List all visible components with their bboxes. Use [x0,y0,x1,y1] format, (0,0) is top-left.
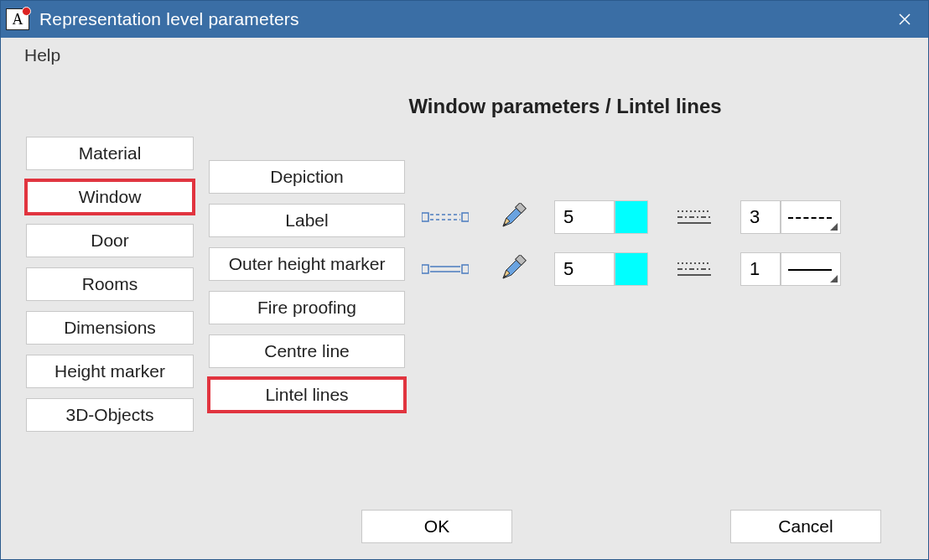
subcategory-depiction[interactable]: Depiction [209,160,405,194]
param-row-upper-lintel [420,200,903,234]
linetype-picker-icon-2[interactable] [673,257,715,282]
category-door[interactable]: Door [26,224,194,257]
content-area: Window parameters / Lintel lines Materia… [1,73,928,500]
svg-rect-11 [422,265,428,273]
category-rooms[interactable]: Rooms [26,267,194,301]
pen-picker-1[interactable] [496,200,529,234]
subcategory-fire-proofing[interactable]: Fire proofing [209,291,405,324]
color-swatch-1[interactable] [615,200,648,234]
pen-number-2[interactable] [554,252,615,286]
cancel-button[interactable]: Cancel [730,510,881,543]
app-icon: A [6,8,29,30]
linestyle-preview-2[interactable] [781,252,841,286]
menu-help[interactable]: Help [18,42,67,69]
category-dimensions[interactable]: Dimensions [26,311,194,345]
ok-button[interactable]: OK [361,510,512,543]
pen-picker-2[interactable] [496,252,529,286]
category-height-marker[interactable]: Height marker [26,355,194,388]
preview-icon-dashed [420,209,470,226]
category-window[interactable]: Window [26,180,194,214]
dialog-footer: OK Cancel [1,500,928,559]
svg-rect-0 [422,213,428,221]
window-title: Representation level parameters [39,9,886,29]
subcategory-lintel-lines[interactable]: Lintel lines [209,378,405,412]
subcategory-list: Depiction Label Outer height marker Fire… [209,160,405,432]
linestyle-preview-1[interactable] [781,200,841,234]
parameter-panel [420,137,903,432]
page-title: Window parameters / Lintel lines [227,95,903,118]
pen-number-1[interactable] [554,200,615,234]
close-button[interactable] [886,1,923,38]
subcategory-label[interactable]: Label [209,204,405,237]
subcategory-centre-line[interactable]: Centre line [209,334,405,368]
subcategory-outer-height-marker[interactable]: Outer height marker [209,247,405,281]
svg-rect-12 [462,265,469,273]
category-list: Material Window Door Rooms Dimensions He… [26,137,194,432]
menubar: Help [1,38,928,73]
color-swatch-2[interactable] [615,252,648,286]
svg-rect-1 [462,213,469,221]
columns: Material Window Door Rooms Dimensions He… [26,137,903,432]
category-3d-objects[interactable]: 3D-Objects [26,398,194,432]
category-material[interactable]: Material [26,137,194,170]
param-row-lower-lintel [420,252,903,286]
preview-icon-solid [420,261,470,277]
linetype-number-2[interactable] [740,252,781,286]
linetype-picker-icon-1[interactable] [673,205,715,230]
linetype-number-1[interactable] [740,200,781,234]
titlebar: A Representation level parameters [1,1,928,38]
dialog-window: A Representation level parameters Help W… [0,0,929,560]
